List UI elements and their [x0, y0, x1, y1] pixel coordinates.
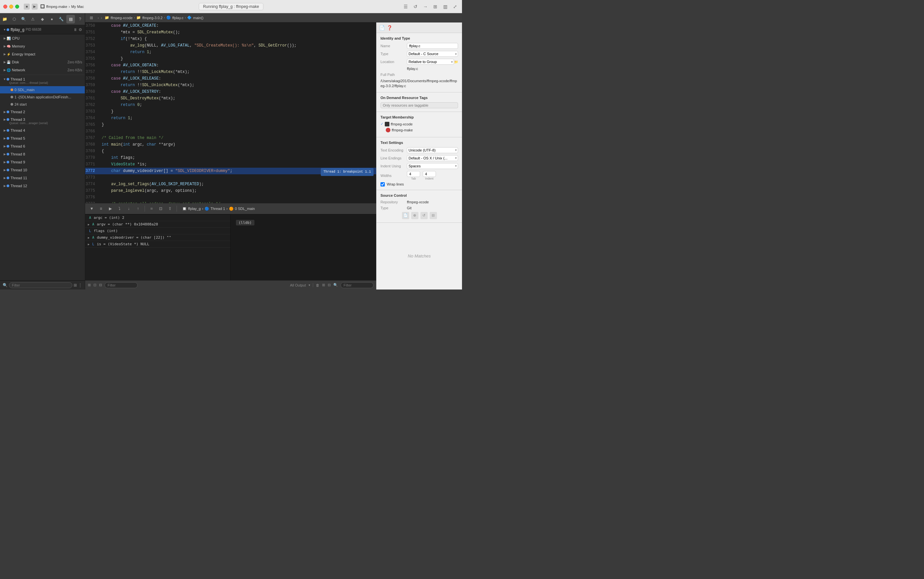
sidebar-item-disk[interactable]: ▶ 💾 Disk Zero KB/s — [0, 58, 85, 66]
maximize-button[interactable] — [15, 5, 19, 8]
thread-4-header[interactable]: ▶ Thread 4 — [0, 126, 85, 134]
close-button[interactable] — [3, 5, 7, 8]
energy-toggle[interactable]: ▶ — [3, 52, 7, 56]
rp-encoding-select[interactable]: Unicode (UTF-8) — [407, 147, 458, 153]
thread-3-header[interactable]: ▶ Thread 3 Queue: com....anager (serial) — [0, 116, 85, 126]
sidebar-item-memory[interactable]: ▶ 🧠 Memory — [0, 42, 85, 50]
debug-meta-btn[interactable]: ≡ — [97, 204, 105, 213]
navigate-icon[interactable]: → — [422, 3, 429, 10]
rp-question-icon[interactable]: ❓ — [387, 25, 392, 30]
stop-button[interactable]: ■ — [24, 3, 30, 10]
layout-icon[interactable]: ⊞ — [432, 3, 439, 10]
nav-icon-debug[interactable]: ● — [47, 15, 56, 23]
bb-row-icon[interactable]: ⊟ — [328, 283, 331, 287]
rp-file-icon[interactable]: 📄 — [379, 25, 385, 30]
nav-icon-folder[interactable]: 📁 — [0, 15, 9, 23]
view-toggle-icon[interactable]: ☰ — [402, 3, 409, 10]
thread-6-toggle[interactable]: ▶ — [3, 144, 7, 148]
cpu-toggle[interactable]: ▶ — [3, 36, 7, 40]
process-pause-icon[interactable]: ⏸ — [73, 28, 77, 32]
var-4-expand[interactable]: ▶ — [88, 243, 90, 246]
minimize-button[interactable] — [9, 5, 13, 8]
sidebar-item-energy[interactable]: ▶ ⚡ Energy Impact — [0, 50, 85, 58]
rp-sc-icon-3[interactable]: ↺ — [420, 212, 428, 219]
expand-icon[interactable]: ⤢ — [451, 3, 459, 10]
debug-hide-btn[interactable]: ▼ — [88, 204, 96, 213]
sidebar-sort-icon[interactable]: ⋮ — [78, 283, 82, 288]
thread-6-header[interactable]: ▶ Thread 6 — [0, 142, 85, 150]
thread-10-header[interactable]: ▶ Thread 10 — [0, 166, 85, 174]
debug-address-btn[interactable]: ⌗ — [147, 204, 155, 213]
play-button[interactable]: ▶ — [32, 3, 38, 10]
bottom-filter-input[interactable] — [104, 282, 138, 288]
thread-10-toggle[interactable]: ▶ — [3, 168, 7, 172]
thread-8-toggle[interactable]: ▶ — [3, 152, 7, 156]
var-1-expand[interactable]: ▶ — [88, 223, 90, 226]
thread-5-toggle[interactable]: ▶ — [3, 136, 7, 140]
rp-sc-icon-4[interactable]: ⊟ — [430, 212, 437, 219]
memory-toggle[interactable]: ▶ — [3, 44, 7, 48]
rp-indent-width-input[interactable] — [423, 171, 436, 177]
nav-icon-reports[interactable]: ▤ — [66, 15, 75, 23]
thread-11-toggle[interactable]: ▶ — [3, 176, 7, 180]
network-toggle[interactable]: ▶ — [3, 68, 7, 72]
process-settings-icon[interactable]: ⚙ — [78, 28, 82, 32]
process-toggle[interactable]: ▼ — [3, 28, 7, 32]
rp-lineendings-select[interactable]: Default - OS X / Unix (... — [407, 155, 458, 161]
rp-folder-browse[interactable]: 📁 — [454, 60, 458, 64]
rp-type-select[interactable]: Default - C Source — [407, 51, 458, 57]
nav-back[interactable]: ‹ — [98, 16, 99, 20]
var-row-3[interactable]: ▶ A dummy_videodriver = (char [22]) "" — [85, 234, 230, 241]
var-row-1[interactable]: ▶ A argv = (char **) 0x104808a20 — [85, 221, 230, 228]
rp-sc-icon-2[interactable]: ⊕ — [411, 212, 418, 219]
thread-1-sub-0[interactable]: 0 SDL_main — [0, 86, 85, 93]
thread-2-header[interactable]: ▶ Thread 2 — [0, 108, 85, 116]
back-forward-icon[interactable]: ↺ — [412, 3, 419, 10]
rp-indent-select[interactable]: Spaces — [407, 163, 458, 169]
rp-sc-icon-1[interactable]: 📄 — [402, 212, 409, 219]
nav-icon-test[interactable]: ◆ — [38, 15, 47, 23]
thread-3-toggle[interactable]: ▶ — [3, 118, 7, 121]
debug-continue-btn[interactable]: ▶ — [106, 204, 114, 213]
nav-forward[interactable]: › — [101, 16, 102, 20]
editor-view-toggle[interactable]: ⊞ — [88, 14, 95, 21]
thread-4-toggle[interactable]: ▶ — [3, 128, 7, 132]
panel-icon[interactable]: ▥ — [442, 3, 449, 10]
thread-1-toggle[interactable]: ▼ — [3, 77, 7, 81]
rp-location-select[interactable]: Relative to Group — [407, 59, 454, 65]
debug-step-out-btn[interactable]: ↑ — [134, 204, 142, 213]
nav-icon-question[interactable]: ? — [76, 15, 85, 23]
rp-wrap-checkbox[interactable] — [380, 182, 385, 186]
rp-target-check-0[interactable]: ✓ — [380, 122, 384, 126]
rp-ondemand-input[interactable] — [380, 102, 458, 108]
disk-toggle[interactable]: ▶ — [3, 60, 7, 64]
nav-icon-breakpoints[interactable]: 🔧 — [57, 15, 66, 23]
thread-12-header[interactable]: ▶ Thread 12 — [0, 182, 85, 190]
nav-icon-warning[interactable]: ⚠ — [29, 15, 37, 23]
thread-1-header[interactable]: ▼ Thread 1 Queue: com....-thread (serial… — [0, 75, 85, 86]
debug-step-into-btn[interactable]: ↓ — [125, 204, 133, 213]
thread-1-sub-2[interactable]: 24 start — [0, 101, 85, 108]
output-toggle[interactable]: ▾ — [309, 283, 310, 287]
rp-name-input[interactable] — [407, 43, 458, 49]
thread-5-header[interactable]: ▶ Thread 5 — [0, 134, 85, 142]
sidebar-item-cpu[interactable]: ▶ 📊 CPU — [0, 34, 85, 42]
sidebar-filter-input[interactable] — [9, 282, 72, 288]
thread-11-header[interactable]: ▶ Thread 11 — [0, 174, 85, 182]
process-header[interactable]: ▼ ffplay_g PID 66638 ⏸ ⚙ — [0, 25, 85, 34]
thread-9-toggle[interactable]: ▶ — [3, 160, 7, 164]
debug-step-over-btn[interactable]: ⤵ — [116, 204, 123, 213]
sidebar-item-network[interactable]: ▶ 🌐 Network Zero KB/s — [0, 66, 85, 74]
debug-share-btn[interactable]: ⇪ — [166, 204, 174, 213]
thread-1-sub-1[interactable]: 1 -[SDLMain applicationDidFinish... — [0, 93, 85, 101]
bb-col-icon[interactable]: ⊞ — [322, 283, 325, 287]
var-row-4[interactable]: ▶ L is = (VideoState *) NULL — [85, 241, 230, 248]
bb-trash-icon[interactable]: 🗑 — [316, 283, 320, 287]
nav-icon-hierarchy[interactable]: ⬡ — [10, 15, 18, 23]
thread-12-toggle[interactable]: ▶ — [3, 184, 7, 188]
sidebar-layout-icon[interactable]: ⊞ — [73, 283, 77, 288]
var-3-expand[interactable]: ▶ — [88, 236, 90, 239]
thread-2-toggle[interactable]: ▶ — [3, 110, 7, 114]
rp-tab-width-input[interactable] — [407, 171, 420, 177]
thread-9-header[interactable]: ▶ Thread 9 — [0, 158, 85, 166]
